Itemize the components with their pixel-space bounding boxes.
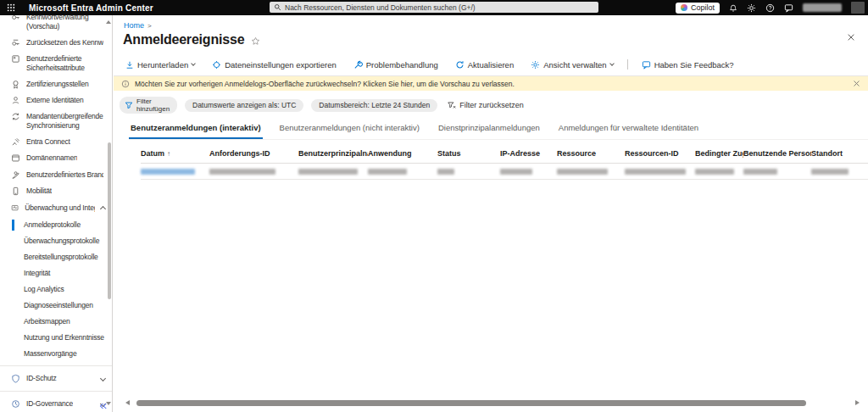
column-header-date[interactable]: Datum↑ — [141, 149, 209, 158]
banner-close-icon[interactable] — [853, 80, 860, 87]
scrollbar-thumb[interactable] — [136, 400, 806, 406]
sidebar-item-audit-logs[interactable]: Überwachungsprotokolle — [0, 233, 112, 249]
sidebar-section-id-protection[interactable]: ID-Schutz — [0, 370, 112, 387]
signin-events-table: Datum↑ Anforderungs-ID Benutzerprinzipal… — [141, 145, 868, 180]
domain-icon — [11, 153, 20, 163]
sidebar-item-custom-security-attributes[interactable]: Benutzerdefinierte Sicherheitsattribute — [0, 51, 112, 76]
sidebar-item-usage-insights[interactable]: Nutzung und Erkenntnisse — [0, 330, 112, 346]
column-header-conditional-access[interactable]: Bedingter Zug… — [695, 149, 743, 158]
notifications-bell-icon[interactable] — [729, 3, 737, 13]
breadcrumb-separator: > — [147, 22, 152, 30]
mobility-icon — [11, 187, 20, 196]
sidebar-item-diagnostic-settings[interactable]: Diagnoseeinstellungen — [0, 298, 112, 314]
sidebar-item-provisioning-logs[interactable]: Bereitstellungsprotokolle — [0, 249, 112, 265]
help-icon[interactable] — [765, 3, 775, 13]
funnel-clear-icon — [448, 101, 456, 109]
feedback-button[interactable]: Haben Sie Feedback? — [636, 60, 740, 70]
tab-user-signins-noninteractive[interactable]: Benutzeranmeldungen (nicht interaktiv) — [278, 120, 421, 139]
security-attributes-icon — [11, 54, 20, 64]
column-header-status[interactable]: Status — [437, 149, 500, 158]
troubleshoot-button[interactable]: Problembehandlung — [348, 60, 444, 70]
sidebar-section-id-governance[interactable]: ID-Governance — [0, 395, 112, 412]
sidebar-section-label: ID-Schutz — [26, 374, 57, 382]
account-info-redacted[interactable] — [803, 3, 842, 12]
sort-arrow-icon: ↑ — [167, 150, 170, 158]
table-row-redacted[interactable] — [141, 164, 868, 180]
copilot-icon — [681, 4, 687, 11]
column-header-location[interactable]: Standort — [811, 149, 862, 158]
tab-service-principal-signins[interactable]: Dienstprinzipalanmeldungen — [437, 120, 542, 139]
redacted-cell — [743, 169, 777, 175]
sidebar-item-log-analytics[interactable]: Log Analytics — [0, 281, 112, 298]
sidebar-item-label: Entra Connect — [26, 137, 70, 147]
scroll-right-arrow[interactable] — [855, 400, 860, 405]
column-header-request-id[interactable]: Anforderungs-ID — [209, 149, 298, 158]
sidebar-item-signin-logs[interactable]: Anmeldeprotokolle — [0, 217, 112, 233]
export-data-settings-button[interactable]: Dateneinstellungen exportieren — [206, 60, 342, 70]
waffle-icon[interactable] — [0, 3, 22, 12]
redacted-cell — [209, 169, 275, 175]
sidebar-item-mobility[interactable]: Mobilität — [0, 183, 112, 199]
sidebar-item-health[interactable]: Integrität — [0, 265, 112, 281]
column-header-resource-id[interactable]: Ressourcen-ID — [625, 149, 695, 158]
app-title[interactable]: Microsoft Entra Admin Center — [29, 3, 153, 13]
sidebar-item-custom-branding[interactable]: Benutzerdefiniertes Branding — [0, 167, 112, 183]
reset-filters-label: Filter zurücksetzen — [459, 101, 524, 109]
sidebar-item-password-reset[interactable]: Zurücksetzen des Kennworts — [0, 35, 112, 51]
scroll-up-arrow[interactable] — [106, 20, 111, 24]
export-settings-icon — [212, 60, 221, 70]
sidebar-collapse-icon[interactable] — [99, 403, 107, 409]
date-range-filter-pill[interactable]: Datumsbereich: Letzte 24 Stunden — [311, 99, 437, 112]
connect-icon — [11, 137, 20, 147]
banner-message[interactable]: Möchten Sie zur vorherigen Anmeldelogs-O… — [135, 80, 515, 88]
sidebar-group-monitoring-health[interactable]: Überwachung und Integrität — [0, 199, 112, 217]
download-button[interactable]: Herunterladen — [120, 60, 201, 70]
column-header-upn[interactable]: Benutzerprinzipalname — [298, 149, 368, 158]
breadcrumb-home-link[interactable]: Home — [124, 21, 144, 30]
sidebar-item-cross-tenant-sync[interactable]: Mandantenübergreifende Synchronisierung — [0, 109, 112, 134]
sidebar-item-workbooks[interactable]: Arbeitsmappen — [0, 314, 112, 330]
favorite-star-icon[interactable] — [251, 36, 260, 46]
branding-icon — [11, 170, 20, 180]
column-header-user[interactable]: Benutzende Person — [743, 149, 811, 158]
password-reset-icon — [11, 38, 20, 47]
horizontal-scrollbar[interactable] — [125, 399, 860, 406]
certificate-icon — [11, 80, 20, 89]
sidebar-scrollbar[interactable] — [107, 27, 111, 397]
funnel-icon — [125, 101, 133, 109]
add-filter-button[interactable]: Filter hinzufügen — [120, 97, 177, 114]
column-header-ip-address[interactable]: IP-Adresse — [500, 149, 557, 158]
wrench-icon — [353, 60, 363, 70]
sidebar-section-label: ID-Governance — [26, 399, 73, 408]
date-format-filter-pill[interactable]: Datumswerte anzeigen als: UTC — [185, 99, 303, 112]
tab-managed-identity-signins[interactable]: Anmeldungen für verwaltete Identitäten — [557, 120, 700, 139]
reset-filters-button[interactable]: Filter zurücksetzen — [448, 101, 524, 109]
settings-gear-icon[interactable] — [747, 3, 756, 13]
governance-icon — [11, 399, 20, 409]
sidebar-item-password-management-preview[interactable]: Kennwortverwaltung (Vorschau) — [0, 15, 112, 35]
sidebar-item-bulk-operations[interactable]: Massenvorgänge — [0, 346, 112, 362]
sidebar-item-external-identities[interactable]: Externe Identitäten — [0, 92, 112, 109]
download-label: Herunterladen — [137, 60, 188, 70]
scrollbar-thumb[interactable] — [108, 142, 111, 299]
key-icon — [11, 15, 20, 22]
feedback-icon[interactable] — [784, 3, 793, 13]
download-icon — [125, 60, 134, 70]
column-header-application[interactable]: Anwendung — [368, 149, 437, 158]
avatar[interactable] — [851, 2, 865, 14]
scroll-left-arrow[interactable] — [125, 400, 130, 405]
copilot-button[interactable]: Copilot — [676, 3, 720, 14]
close-page-icon[interactable] — [847, 33, 855, 42]
feedback-bubble-icon — [642, 60, 651, 70]
toolbar: Herunterladen Dateneinstellungen exporti… — [120, 57, 868, 72]
column-header-resource[interactable]: Ressource — [557, 149, 625, 158]
manage-view-button[interactable]: Ansicht verwalten — [525, 60, 619, 70]
filter-bar: Filter hinzufügen Datumswerte anzeigen a… — [120, 97, 868, 114]
search-input[interactable]: Nach Ressourcen, Diensten und Dokumenten… — [270, 2, 598, 13]
refresh-button[interactable]: Aktualisieren — [449, 60, 520, 70]
sidebar-item-certificate-authorities[interactable]: Zertifizierungsstellen — [0, 76, 112, 92]
tab-user-signins-interactive[interactable]: Benutzeranmeldungen (interaktiv) — [129, 120, 263, 139]
sidebar-item-domain-names[interactable]: Domänennamen — [0, 150, 112, 166]
sidebar-item-entra-connect[interactable]: Entra Connect — [0, 134, 112, 150]
sidebar-item-label: Externe Identitäten — [26, 96, 84, 105]
